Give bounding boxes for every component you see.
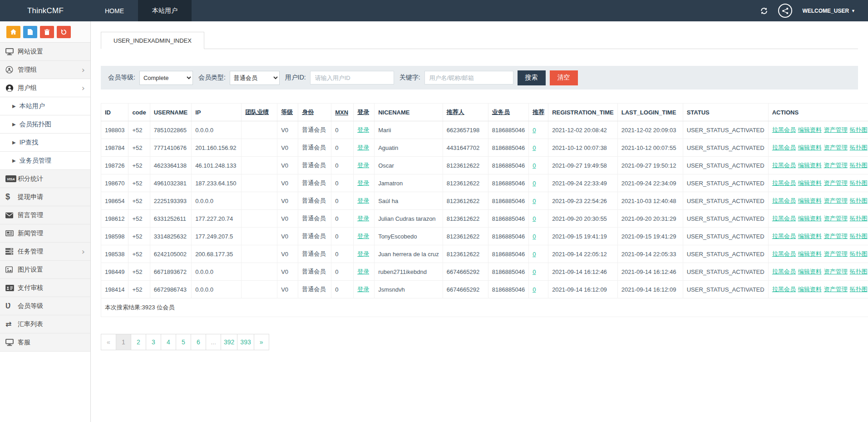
sidebar-item[interactable]: 图片设置 bbox=[0, 261, 90, 279]
login-link[interactable]: 登录 bbox=[357, 250, 369, 257]
tab-user-index[interactable]: USER_INDEXADMIN_INDEX bbox=[101, 32, 204, 49]
topology-link[interactable]: 拓扑图 bbox=[850, 250, 868, 257]
page-number[interactable]: 392 bbox=[221, 334, 237, 350]
login-link[interactable]: 登录 bbox=[357, 268, 369, 275]
edit-profile-link[interactable]: 编辑资料 bbox=[798, 144, 822, 151]
topology-link[interactable]: 拓扑图 bbox=[850, 286, 868, 293]
page-number[interactable]: 6 bbox=[191, 334, 206, 350]
recommend-link[interactable]: 0 bbox=[533, 286, 536, 293]
recommend-link[interactable]: 0 bbox=[533, 162, 536, 169]
topology-link[interactable]: 拓扑图 bbox=[850, 144, 868, 151]
sidebar-item[interactable]: 支付审核 bbox=[0, 279, 90, 297]
blacklist-member-link[interactable]: 拉黑会员 bbox=[772, 233, 796, 239]
edit-profile-link[interactable]: 编辑资料 bbox=[798, 126, 822, 133]
topology-link[interactable]: 拓扑图 bbox=[850, 197, 868, 204]
recommend-link[interactable]: 0 bbox=[533, 251, 536, 258]
blacklist-member-link[interactable]: 拉黑会员 bbox=[772, 250, 796, 257]
topology-link[interactable]: 拓扑图 bbox=[850, 162, 868, 169]
nav-item[interactable]: HOME bbox=[91, 0, 138, 21]
recommend-link[interactable]: 0 bbox=[533, 127, 536, 134]
page-number[interactable]: 393 bbox=[237, 334, 254, 350]
blacklist-member-link[interactable]: 拉黑会员 bbox=[772, 286, 796, 293]
login-link[interactable]: 登录 bbox=[357, 286, 369, 293]
blacklist-member-link[interactable]: 拉黑会员 bbox=[772, 162, 796, 169]
search-button[interactable]: 搜索 bbox=[518, 70, 546, 85]
column-header-身份[interactable]: 身份 bbox=[298, 104, 331, 121]
member-type-select[interactable]: 普通会员 bbox=[230, 71, 280, 85]
sidebar-item[interactable]: 用户组› bbox=[0, 79, 90, 97]
sidebar-item[interactable]: ▶会员拓扑图 bbox=[0, 115, 90, 134]
recommend-link[interactable]: 0 bbox=[533, 215, 536, 222]
recycle-button[interactable] bbox=[57, 26, 71, 38]
edit-profile-link[interactable]: 编辑资料 bbox=[798, 215, 822, 222]
login-link[interactable]: 登录 bbox=[357, 179, 369, 186]
page-number[interactable]: 4 bbox=[161, 334, 176, 350]
clear-button[interactable]: 清空 bbox=[550, 70, 578, 85]
edit-profile-link[interactable]: 编辑资料 bbox=[798, 197, 822, 204]
asset-manage-link[interactable]: 资产管理 bbox=[824, 215, 848, 222]
blacklist-member-link[interactable]: 拉黑会员 bbox=[772, 144, 796, 151]
sidebar-item[interactable]: 新闻管理 bbox=[0, 224, 90, 243]
login-link[interactable]: 登录 bbox=[357, 233, 369, 239]
keyword-input[interactable] bbox=[424, 71, 513, 84]
column-header-等级[interactable]: 等级 bbox=[277, 104, 298, 121]
recommend-link[interactable]: 0 bbox=[533, 144, 536, 151]
sidebar-item[interactable]: 任务管理› bbox=[0, 243, 90, 261]
asset-manage-link[interactable]: 资产管理 bbox=[824, 250, 848, 257]
asset-manage-link[interactable]: 资产管理 bbox=[824, 179, 848, 186]
sidebar-item[interactable]: ▶IP查找 bbox=[0, 134, 90, 152]
home-button[interactable] bbox=[6, 26, 20, 38]
column-header-推荐[interactable]: 推荐 bbox=[529, 104, 548, 121]
topology-link[interactable]: 拓扑图 bbox=[850, 268, 868, 275]
asset-manage-link[interactable]: 资产管理 bbox=[824, 286, 848, 293]
asset-manage-link[interactable]: 资产管理 bbox=[824, 268, 848, 275]
file-button[interactable] bbox=[23, 26, 37, 38]
nav-item[interactable]: 本站用户 bbox=[138, 0, 192, 21]
asset-manage-link[interactable]: 资产管理 bbox=[824, 197, 848, 204]
sidebar-item[interactable]: Ʋ会员等级 bbox=[0, 297, 90, 315]
edit-profile-link[interactable]: 编辑资料 bbox=[798, 162, 822, 169]
column-header-mxn[interactable]: MXN bbox=[331, 104, 354, 121]
topology-link[interactable]: 拓扑图 bbox=[850, 233, 868, 239]
blacklist-member-link[interactable]: 拉黑会员 bbox=[772, 197, 796, 204]
recommend-link[interactable]: 0 bbox=[533, 180, 536, 187]
asset-manage-link[interactable]: 资产管理 bbox=[824, 144, 848, 151]
blacklist-member-link[interactable]: 拉黑会员 bbox=[772, 126, 796, 133]
topology-link[interactable]: 拓扑图 bbox=[850, 126, 868, 133]
login-link[interactable]: 登录 bbox=[357, 162, 369, 169]
asset-manage-link[interactable]: 资产管理 bbox=[824, 126, 848, 133]
asset-manage-link[interactable]: 资产管理 bbox=[824, 233, 848, 239]
login-link[interactable]: 登录 bbox=[357, 215, 369, 222]
blacklist-member-link[interactable]: 拉黑会员 bbox=[772, 179, 796, 186]
sidebar-item[interactable]: ▶本站用户 bbox=[0, 97, 90, 115]
recommend-link[interactable]: 0 bbox=[533, 268, 536, 275]
page-number[interactable]: 5 bbox=[176, 334, 191, 350]
edit-profile-link[interactable]: 编辑资料 bbox=[798, 268, 822, 275]
edit-profile-link[interactable]: 编辑资料 bbox=[798, 286, 822, 293]
sidebar-item[interactable]: ▶业务员管理 bbox=[0, 152, 90, 170]
refresh-icon[interactable] bbox=[760, 7, 768, 15]
page-number[interactable]: 2 bbox=[131, 334, 146, 350]
blacklist-member-link[interactable]: 拉黑会员 bbox=[772, 268, 796, 275]
column-header-团队业绩[interactable]: 团队业绩 bbox=[242, 104, 277, 121]
recommend-link[interactable]: 0 bbox=[533, 198, 536, 204]
sidebar-item[interactable]: $提现申请 bbox=[0, 188, 90, 206]
sidebar-item[interactable]: 管理组› bbox=[0, 61, 90, 79]
column-header-登录[interactable]: 登录 bbox=[354, 104, 375, 121]
column-header-推荐人[interactable]: 推荐人 bbox=[443, 104, 488, 121]
topology-link[interactable]: 拓扑图 bbox=[850, 179, 868, 186]
sidebar-item[interactable]: 网站设置 bbox=[0, 43, 90, 61]
page-number[interactable]: 3 bbox=[146, 334, 161, 350]
user-avatar[interactable] bbox=[778, 4, 792, 18]
topology-link[interactable]: 拓扑图 bbox=[850, 215, 868, 222]
sidebar-item[interactable]: 客服 bbox=[0, 333, 90, 352]
edit-profile-link[interactable]: 编辑资料 bbox=[798, 179, 822, 186]
login-link[interactable]: 登录 bbox=[357, 144, 369, 151]
sidebar-item[interactable]: 留言管理 bbox=[0, 206, 90, 224]
member-level-select[interactable]: Complete bbox=[139, 71, 193, 85]
edit-profile-link[interactable]: 编辑资料 bbox=[798, 233, 822, 239]
sidebar-item[interactable]: ⇄汇率列表 bbox=[0, 315, 90, 333]
blacklist-member-link[interactable]: 拉黑会员 bbox=[772, 215, 796, 222]
recommend-link[interactable]: 0 bbox=[533, 233, 536, 240]
user-id-input[interactable] bbox=[310, 71, 394, 84]
